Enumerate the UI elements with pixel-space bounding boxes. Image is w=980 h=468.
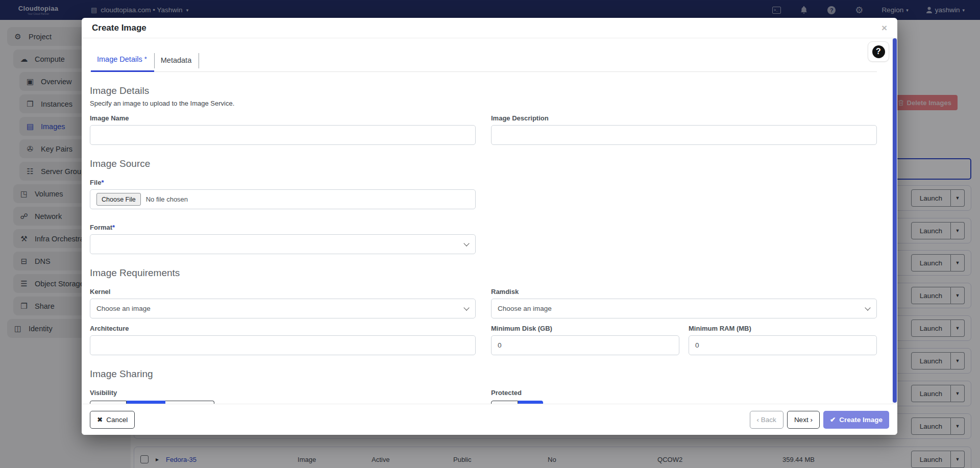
- create-image-modal: Create Image × ? Image Details * Metadat…: [82, 18, 897, 435]
- kernel-label: Kernel: [90, 288, 476, 295]
- min-ram-label: Minimum RAM (MB): [689, 325, 877, 332]
- format-select-value: [90, 234, 476, 254]
- format-label: Format*: [90, 224, 476, 231]
- image-name-label: Image Name: [90, 114, 476, 122]
- tab-separator: [199, 53, 199, 68]
- kernel-select[interactable]: Choose an image: [90, 299, 476, 318]
- create-image-button[interactable]: ✔ Create Image: [823, 411, 889, 429]
- section-image-requirements: Image Requirements: [90, 267, 877, 279]
- ramdisk-label: Ramdisk: [491, 288, 877, 295]
- wizard-help-button[interactable]: ?: [868, 41, 889, 62]
- kernel-select-value: Choose an image: [90, 299, 476, 318]
- tab-image-details[interactable]: Image Details *: [91, 55, 154, 72]
- modal-title: Create Image: [92, 23, 146, 33]
- next-button[interactable]: Next ›: [787, 411, 820, 429]
- close-icon[interactable]: ×: [881, 23, 887, 33]
- back-button[interactable]: ‹ Back: [750, 411, 783, 429]
- file-status-text: No file chosen: [146, 195, 188, 203]
- modal-scrollbar[interactable]: [892, 38, 897, 404]
- image-name-input[interactable]: [90, 125, 476, 145]
- visibility-label: Visibility: [90, 389, 476, 397]
- file-label: File*: [90, 179, 476, 186]
- min-ram-input[interactable]: [689, 335, 877, 355]
- required-asterisk: *: [112, 224, 115, 231]
- tab-metadata[interactable]: Metadata: [155, 56, 199, 71]
- modal-footer: ✖ Cancel ‹ Back Next › ✔ Create Image: [82, 404, 897, 435]
- format-select[interactable]: [90, 234, 476, 254]
- visibility-option-community[interactable]: Community: [165, 401, 215, 404]
- cancel-button[interactable]: ✖ Cancel: [90, 411, 135, 429]
- modal-body: ? Image Details * Metadata Image Details…: [82, 38, 897, 404]
- image-description-label: Image Description: [491, 114, 877, 122]
- architecture-label: Architecture: [90, 325, 476, 332]
- question-mark-icon: ?: [872, 45, 885, 58]
- wizard-tabbar: Image Details * Metadata: [90, 45, 877, 72]
- check-icon: ✔: [830, 415, 836, 424]
- protected-toggle-group: YesNo: [491, 401, 543, 404]
- file-input[interactable]: Choose File No file chosen: [90, 189, 476, 209]
- protected-option-yes[interactable]: Yes: [491, 401, 518, 404]
- choose-file-button[interactable]: Choose File: [96, 193, 141, 206]
- ramdisk-select[interactable]: Choose an image: [491, 299, 877, 318]
- min-disk-input[interactable]: [491, 335, 679, 355]
- required-asterisk: *: [101, 179, 104, 186]
- visibility-option-private[interactable]: Private: [90, 401, 127, 404]
- image-description-input[interactable]: [491, 125, 877, 145]
- modal-header: Create Image ×: [82, 18, 897, 38]
- visibility-toggle-group: PrivateSharedCommunity: [90, 401, 214, 404]
- visibility-option-shared[interactable]: Shared: [127, 401, 165, 404]
- modal-scrollbar-thumb[interactable]: [893, 38, 897, 403]
- architecture-input[interactable]: [90, 335, 476, 355]
- x-icon: ✖: [97, 415, 103, 424]
- ramdisk-select-value: Choose an image: [491, 299, 877, 318]
- section-image-sharing: Image Sharing: [90, 368, 877, 380]
- required-asterisk: *: [144, 55, 147, 63]
- protected-option-no[interactable]: No: [518, 401, 543, 404]
- min-disk-label: Minimum Disk (GB): [491, 325, 679, 332]
- section-image-details: Image Details: [90, 85, 877, 96]
- protected-label: Protected: [491, 389, 877, 397]
- section-image-source: Image Source: [90, 158, 877, 169]
- section-subtext: Specify an image to upload to the Image …: [90, 100, 877, 107]
